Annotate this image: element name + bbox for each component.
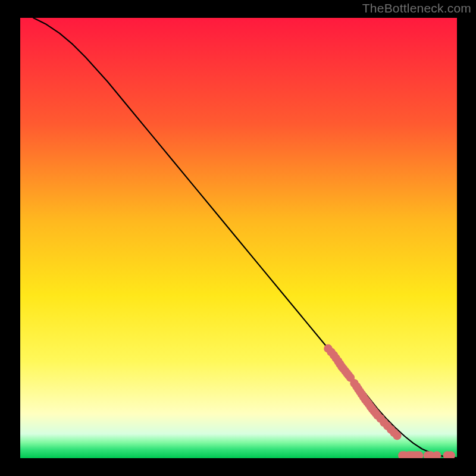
gradient-background: [20, 18, 457, 458]
watermark-text: TheBottleneck.com: [362, 1, 471, 15]
chart-svg: [20, 18, 457, 458]
chart-plot-area: [20, 18, 457, 458]
data-marker: [393, 431, 401, 440]
chart-frame: TheBottleneck.com: [0, 0, 476, 476]
